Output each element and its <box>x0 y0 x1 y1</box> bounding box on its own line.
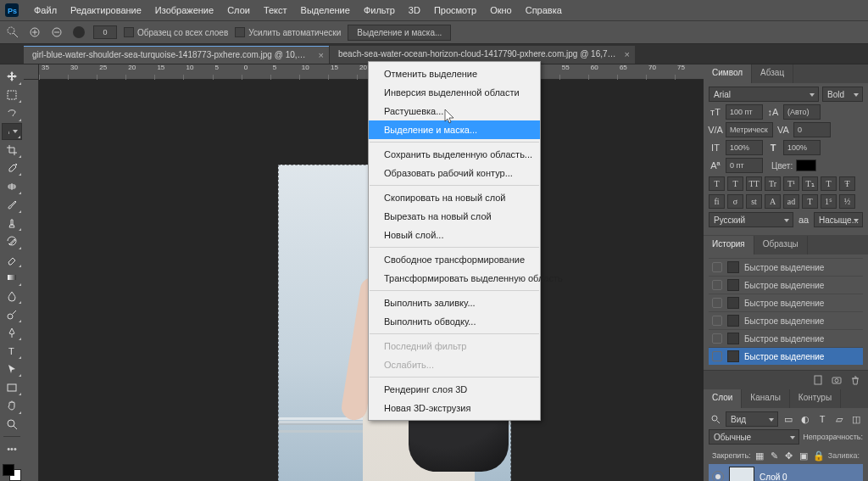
opentype-feature-button[interactable]: fi <box>709 194 725 209</box>
brush-tool[interactable] <box>2 196 22 214</box>
new-snapshot-icon[interactable] <box>831 374 843 386</box>
context-menu-item[interactable]: Свободное трансформирование <box>369 250 540 269</box>
shape-tool[interactable] <box>2 378 22 396</box>
filter-image-icon[interactable]: ▭ <box>782 412 795 426</box>
healing-tool[interactable] <box>2 177 22 195</box>
zoom-tool[interactable] <box>2 416 22 433</box>
menu-3d[interactable]: 3D <box>402 2 427 19</box>
leading-field[interactable]: (Авто) <box>783 104 821 120</box>
path-select-tool[interactable] <box>2 361 22 378</box>
filter-smart-icon[interactable]: ◫ <box>849 412 863 426</box>
brush-preview-icon[interactable] <box>71 25 86 40</box>
menu-выделение[interactable]: Выделение <box>294 2 357 19</box>
text-color-swatch[interactable] <box>796 159 816 171</box>
context-menu-item[interactable]: Вырезать на новый слой <box>369 207 540 226</box>
lock-pixels-icon[interactable]: ▦ <box>754 449 765 462</box>
lock-artboard-icon[interactable]: ▣ <box>798 449 810 462</box>
history-item[interactable]: Быстрое выделение <box>709 347 863 365</box>
lasso-tool[interactable] <box>2 104 22 122</box>
opentype-feature-button[interactable]: σ <box>727 194 743 209</box>
history-item[interactable]: Быстрое выделение <box>709 276 863 294</box>
lock-position-icon[interactable]: ✥ <box>783 449 794 462</box>
menu-файл[interactable]: Файл <box>27 2 64 19</box>
context-menu-item[interactable]: Трансформировать выделенную область <box>369 269 540 288</box>
menu-редактирование[interactable]: Редактирование <box>64 2 148 19</box>
menu-изображение[interactable]: Изображение <box>148 2 220 19</box>
font-size-field[interactable]: 100 пт <box>726 104 763 120</box>
type-tool[interactable]: T <box>2 342 22 360</box>
context-menu-item[interactable]: Выполнить заливку... <box>369 294 540 312</box>
filter-type-icon[interactable]: T <box>815 412 829 426</box>
type-style-button[interactable]: T <box>709 176 725 191</box>
type-style-button[interactable]: T¹ <box>783 176 799 191</box>
document-tab[interactable]: girl-blue-water-shoulder-sea-turquoise-1… <box>24 46 329 64</box>
context-menu-item[interactable]: Новый слой... <box>369 226 540 244</box>
layer-filter-select[interactable]: Вид <box>726 411 778 427</box>
font-family-select[interactable]: Arial <box>709 87 819 102</box>
canvas-area[interactable]: 3530252015105051015202530354045505560657… <box>24 64 704 481</box>
blur-tool[interactable] <box>2 288 22 305</box>
auto-enhance-checkbox[interactable]: Усилить автоматически <box>235 27 341 37</box>
hand-tool[interactable] <box>2 397 22 415</box>
context-menu-item[interactable]: Образовать рабочий контур... <box>369 164 540 182</box>
visibility-toggle-icon[interactable] <box>712 471 724 481</box>
type-style-button[interactable]: TT <box>746 176 762 191</box>
history-item[interactable]: Быстрое выделение <box>709 294 863 311</box>
type-style-button[interactable]: Tr <box>765 176 781 191</box>
history-item[interactable]: Быстрое выделение <box>709 329 863 347</box>
menu-окно[interactable]: Окно <box>483 2 519 19</box>
brush-size-stepper[interactable]: 0 <box>93 25 117 39</box>
menu-текст[interactable]: Текст <box>257 2 294 19</box>
sample-all-layers-checkbox[interactable]: Образец со всех слоев <box>124 27 228 37</box>
opentype-feature-button[interactable]: 1ˢ <box>821 194 837 209</box>
subtract-from-selection-icon[interactable] <box>49 25 64 40</box>
select-and-mask-button[interactable]: Выделение и маска... <box>348 25 451 41</box>
blend-mode-select[interactable]: Обычные <box>709 429 799 445</box>
tracking-field[interactable]: 0 <box>793 122 831 137</box>
hscale-field[interactable]: 100% <box>783 140 821 155</box>
layer-row[interactable]: Слой 0 <box>709 464 863 481</box>
context-menu-item[interactable]: Выполнить обводку... <box>369 312 540 331</box>
edit-toolbar[interactable]: ••• <box>2 440 22 458</box>
vscale-field[interactable]: 100% <box>726 140 763 155</box>
font-weight-select[interactable]: Bold <box>822 87 863 102</box>
close-tab-icon[interactable]: × <box>319 50 324 60</box>
add-to-selection-icon[interactable] <box>27 25 42 40</box>
tab-layers[interactable]: Слои <box>704 389 742 408</box>
menu-фильтр[interactable]: Фильтр <box>357 2 402 19</box>
context-menu-item[interactable]: Новая 3D-экструзия <box>369 399 540 417</box>
dodge-tool[interactable] <box>2 305 22 323</box>
opentype-feature-button[interactable]: ad <box>783 194 799 209</box>
baseline-field[interactable]: 0 пт <box>726 158 763 173</box>
eyedropper-tool[interactable] <box>2 159 22 177</box>
context-menu-item[interactable]: Скопировать на новый слой <box>369 188 540 207</box>
close-tab-icon[interactable]: × <box>625 49 630 59</box>
menu-слои[interactable]: Слои <box>220 2 257 19</box>
type-style-button[interactable]: T <box>821 176 837 191</box>
create-document-icon[interactable] <box>812 374 824 386</box>
stamp-tool[interactable] <box>2 215 22 232</box>
move-tool[interactable] <box>2 68 22 86</box>
filter-adjust-icon[interactable]: ◐ <box>798 412 812 426</box>
history-item[interactable]: Быстрое выделение <box>709 258 863 276</box>
opentype-feature-button[interactable]: st <box>746 194 762 209</box>
quick-select-tool[interactable] <box>2 123 22 141</box>
type-style-button[interactable]: T <box>727 176 743 191</box>
pen-tool[interactable] <box>2 324 22 342</box>
marquee-tool[interactable] <box>2 87 22 104</box>
tab-channels[interactable]: Каналы <box>742 389 790 408</box>
context-menu-item[interactable]: Рендеринг слоя 3D <box>369 380 540 399</box>
type-style-button[interactable]: T₁ <box>802 176 818 191</box>
context-menu-item[interactable]: Сохранить выделенную область... <box>369 145 540 164</box>
opentype-feature-button[interactable]: T <box>802 194 818 209</box>
antialias-select[interactable]: Насыще... <box>814 212 863 227</box>
filter-shape-icon[interactable]: ▱ <box>832 412 846 426</box>
opentype-feature-button[interactable]: A <box>765 194 781 209</box>
color-swatch[interactable] <box>3 464 21 481</box>
history-item[interactable]: Быстрое выделение <box>709 311 863 329</box>
eraser-tool[interactable] <box>2 251 22 269</box>
language-select[interactable]: Русский <box>709 212 793 227</box>
tab-history[interactable]: История <box>704 236 754 254</box>
gradient-tool[interactable] <box>2 269 22 287</box>
tab-paragraph[interactable]: Абзац <box>752 64 793 83</box>
